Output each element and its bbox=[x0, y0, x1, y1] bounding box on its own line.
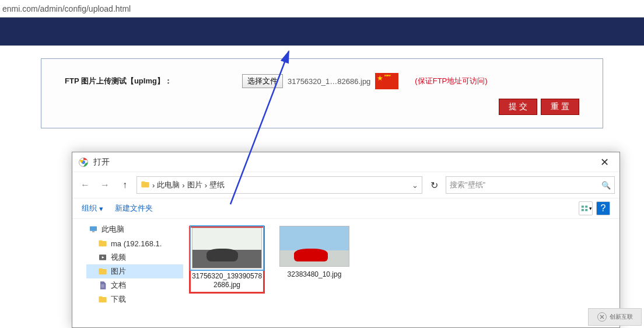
tree-node-图片[interactable]: 图片 bbox=[86, 264, 183, 278]
file-item[interactable]: 31756320_1393905782686.jpg bbox=[189, 226, 265, 294]
close-icon[interactable]: ✕ bbox=[596, 155, 614, 170]
doc-icon bbox=[98, 281, 107, 290]
button-row: 提 交 重 置 bbox=[41, 95, 603, 128]
help-icon[interactable]: ? bbox=[596, 201, 610, 215]
crumb-0[interactable]: 此电脑 bbox=[157, 180, 180, 190]
new-folder-button[interactable]: 新建文件夹 bbox=[115, 203, 153, 214]
svg-rect-6 bbox=[585, 209, 587, 211]
content-area: FTP 图片上传测试【upImg】： 选择文件 31756320_1…82686… bbox=[0, 47, 644, 152]
dialog-titlebar[interactable]: 打开 ✕ bbox=[72, 152, 620, 172]
nav-forward-icon[interactable]: → bbox=[97, 177, 113, 193]
refresh-icon[interactable]: ↻ bbox=[426, 177, 442, 193]
svg-rect-4 bbox=[585, 205, 587, 208]
folder-icon bbox=[141, 180, 150, 191]
folder-icon bbox=[98, 295, 107, 304]
tree-node-文档[interactable]: 文档 bbox=[86, 278, 183, 292]
tree-label: 此电脑 bbox=[102, 224, 124, 235]
tree-node-视频[interactable]: 视频 bbox=[86, 250, 183, 264]
dialog-body: 此电脑ma (192.168.1.视频图片文档下载 31756320_13939… bbox=[72, 219, 620, 328]
folder-icon bbox=[98, 267, 107, 276]
crumb-2[interactable]: 壁纸 bbox=[209, 180, 225, 190]
file-thumbnail bbox=[192, 228, 262, 268]
dialog-toolbar: 组织 ▾ 新建文件夹 ▾ ? bbox=[72, 198, 620, 219]
svg-rect-7 bbox=[90, 226, 97, 231]
search-placeholder: 搜索"壁纸" bbox=[450, 180, 485, 190]
tree-label: 下载 bbox=[111, 294, 126, 305]
selected-filename: 31756320_1…82686.jpg bbox=[288, 77, 370, 86]
file-open-dialog: 打开 ✕ ← → ↑ › 此电脑 › 图片 › 壁纸 ⌄ ↻ 搜索"壁纸" 🔍 … bbox=[72, 152, 620, 328]
chevron-down-icon[interactable]: ⌄ bbox=[412, 181, 418, 190]
nav-up-icon[interactable]: ↑ bbox=[117, 177, 133, 193]
crumb-sep: › bbox=[152, 181, 155, 190]
ftp-hint: (保证FTP地址可访问) bbox=[415, 76, 487, 86]
breadcrumb[interactable]: › 此电脑 › 图片 › 壁纸 ⌄ bbox=[136, 176, 422, 194]
choose-file-button[interactable]: 选择文件 bbox=[242, 74, 283, 88]
tree-node-此电脑[interactable]: 此电脑 bbox=[86, 222, 183, 236]
svg-rect-8 bbox=[92, 231, 94, 232]
svg-rect-5 bbox=[581, 209, 583, 211]
svg-rect-3 bbox=[581, 205, 583, 208]
nav-back-icon[interactable]: ← bbox=[77, 177, 93, 193]
chevron-down-icon: ▾ bbox=[99, 204, 103, 213]
app-header bbox=[0, 18, 644, 46]
file-thumbnail bbox=[279, 226, 349, 267]
file-name: 31756320_1393905782686.jpg bbox=[191, 272, 263, 289]
address-bar[interactable]: enmi.com/admin/config/upload.html bbox=[0, 0, 644, 18]
submit-button[interactable]: 提 交 bbox=[499, 99, 537, 115]
page-url: enmi.com/admin/config/upload.html bbox=[2, 4, 131, 13]
view-mode-icon[interactable]: ▾ bbox=[579, 201, 593, 215]
reset-button[interactable]: 重 置 bbox=[541, 99, 579, 115]
search-input[interactable]: 搜索"壁纸" 🔍 bbox=[446, 176, 615, 194]
crumb-1[interactable]: 图片 bbox=[187, 180, 202, 190]
tree-label: 视频 bbox=[111, 252, 126, 263]
upload-form-panel: FTP 图片上传测试【upImg】： 选择文件 31756320_1…82686… bbox=[41, 58, 603, 128]
folder-tree: 此电脑ma (192.168.1.视频图片文档下载 bbox=[72, 219, 183, 328]
tree-node-下载[interactable]: 下载 bbox=[86, 292, 183, 306]
crumb-sep: › bbox=[205, 181, 207, 190]
file-item[interactable]: 32383480_10.jpg bbox=[276, 226, 352, 279]
flag-icon bbox=[375, 73, 398, 89]
file-grid: 31756320_1393905782686.jpg32383480_10.jp… bbox=[183, 219, 620, 328]
video-icon bbox=[98, 253, 107, 262]
folder-icon bbox=[98, 239, 107, 248]
tree-label: ma (192.168.1. bbox=[111, 239, 162, 248]
file-name: 32383480_10.jpg bbox=[276, 270, 352, 279]
dialog-nav-row: ← → ↑ › 此电脑 › 图片 › 壁纸 ⌄ ↻ 搜索"壁纸" 🔍 bbox=[72, 172, 620, 198]
tree-label: 图片 bbox=[111, 266, 126, 277]
organize-menu[interactable]: 组织 ▾ bbox=[82, 203, 103, 214]
crumb-sep: › bbox=[182, 181, 184, 190]
search-icon: 🔍 bbox=[601, 181, 611, 190]
tree-node-ma (192.168.1.[interactable]: ma (192.168.1. bbox=[86, 236, 183, 250]
watermark: 创新互联 bbox=[588, 308, 642, 326]
tree-label: 文档 bbox=[111, 280, 126, 291]
form-row: FTP 图片上传测试【upImg】： 选择文件 31756320_1…82686… bbox=[41, 59, 603, 95]
upload-label: FTP 图片上传测试【upImg】： bbox=[65, 76, 172, 86]
chrome-icon bbox=[78, 157, 89, 168]
pc-icon bbox=[89, 225, 98, 234]
dialog-title-text: 打开 bbox=[93, 157, 110, 168]
